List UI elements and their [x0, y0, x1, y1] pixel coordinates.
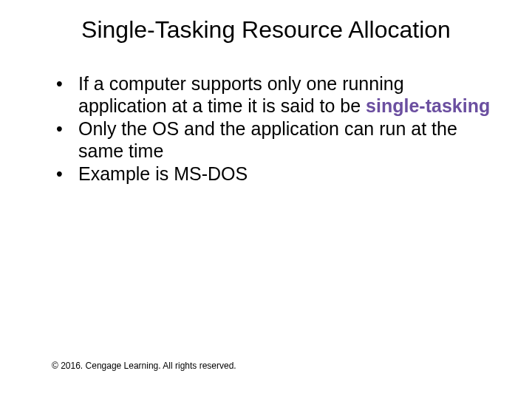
bullet-text: If a computer supports only one running … — [78, 73, 404, 116]
list-item: If a computer supports only one running … — [52, 73, 495, 117]
bullet-text: Example is MS-DOS — [78, 163, 248, 184]
bullet-list: If a computer supports only one running … — [30, 73, 502, 185]
list-item: Example is MS-DOS — [52, 163, 495, 185]
slide-title: Single-Tasking Resource Allocation — [30, 16, 502, 44]
slide: Single-Tasking Resource Allocation If a … — [0, 0, 532, 399]
copyright-footer: © 2016. Cengage Learning. All rights res… — [52, 361, 236, 371]
bullet-text: Only the OS and the application can run … — [78, 118, 457, 161]
key-term: single-tasking — [366, 95, 490, 116]
list-item: Only the OS and the application can run … — [52, 118, 495, 162]
